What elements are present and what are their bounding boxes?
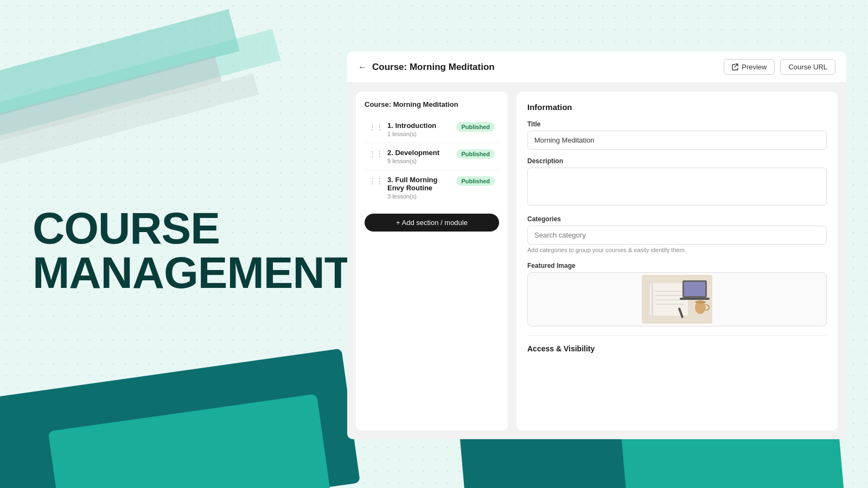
add-section-button[interactable]: + Add section / module xyxy=(365,214,499,232)
svg-rect-9 xyxy=(684,282,705,296)
title-label: Title xyxy=(527,120,827,128)
preview-button[interactable]: Preview xyxy=(724,59,775,75)
access-visibility-title: Access & Visibility xyxy=(527,344,827,353)
categories-input[interactable] xyxy=(527,226,827,245)
featured-image-section: Featured Image xyxy=(527,262,827,326)
module-item[interactable]: ⋮⋮ 2. Development 9 lesson(s) Published xyxy=(365,143,499,170)
course-structure-panel: Course: Morning Meditation ⋮⋮ 1. Introdu… xyxy=(356,92,508,431)
panel-header: ← Course: Morning Meditation Preview Cou… xyxy=(347,52,846,83)
description-textarea[interactable] xyxy=(527,168,827,206)
module-1-info: 1. Introduction 1 lesson(s) xyxy=(387,121,452,137)
svg-rect-10 xyxy=(680,298,710,300)
categories-hint: Add categories to group your courses & e… xyxy=(527,247,827,253)
main-panel: ← Course: Morning Meditation Preview Cou… xyxy=(347,52,846,439)
course-structure-title: Course: Morning Meditation xyxy=(365,100,499,108)
module-1-status-badge: Published xyxy=(456,122,495,132)
headline-line1: COURSE xyxy=(33,206,351,251)
header-right: Preview Course URL xyxy=(724,59,835,75)
description-label: Description xyxy=(527,157,827,165)
module-2-status-badge: Published xyxy=(456,149,495,159)
module-3-lessons: 3 lesson(s) xyxy=(387,193,452,200)
headline-line2: MANAGEMENT xyxy=(33,251,351,295)
featured-image-thumbnail xyxy=(642,275,712,324)
header-left: ← Course: Morning Meditation xyxy=(358,62,495,73)
back-button[interactable]: ← xyxy=(358,62,367,72)
panel-title: Course: Morning Meditation xyxy=(372,62,495,73)
module-3-name: 3. Full Morning Envy Routine xyxy=(387,176,452,192)
information-panel: Information Title Description Categories… xyxy=(516,92,838,431)
drag-handle-icon: ⋮⋮ xyxy=(369,177,383,185)
module-2-info: 2. Development 9 lesson(s) xyxy=(387,149,452,164)
course-management-text: COURSE MANAGEMENT xyxy=(33,206,351,295)
module-2-lessons: 9 lesson(s) xyxy=(387,158,452,164)
module-item[interactable]: ⋮⋮ 1. Introduction 1 lesson(s) Published xyxy=(365,116,499,143)
module-1-name: 1. Introduction xyxy=(387,121,452,130)
drag-handle-icon: ⋮⋮ xyxy=(369,123,383,131)
module-2-name: 2. Development xyxy=(387,149,452,157)
module-3-status-badge: Published xyxy=(456,176,495,186)
categories-label: Categories xyxy=(527,215,827,223)
svg-rect-2 xyxy=(652,283,653,316)
drag-handle-icon: ⋮⋮ xyxy=(369,150,383,158)
svg-point-12 xyxy=(695,300,706,304)
module-3-info: 3. Full Morning Envy Routine 3 lesson(s) xyxy=(387,176,452,200)
access-visibility-section: Access & Visibility xyxy=(527,335,827,353)
title-input[interactable] xyxy=(527,131,827,150)
panel-body: Course: Morning Meditation ⋮⋮ 1. Introdu… xyxy=(347,83,846,439)
featured-image-box[interactable] xyxy=(527,272,827,326)
course-url-button[interactable]: Course URL xyxy=(780,59,835,75)
module-1-lessons: 1 lesson(s) xyxy=(387,131,452,137)
module-item[interactable]: ⋮⋮ 3. Full Morning Envy Routine 3 lesson… xyxy=(365,170,499,205)
info-section-title: Information xyxy=(527,102,827,112)
external-link-icon xyxy=(732,63,739,70)
featured-image-label: Featured Image xyxy=(527,262,827,269)
